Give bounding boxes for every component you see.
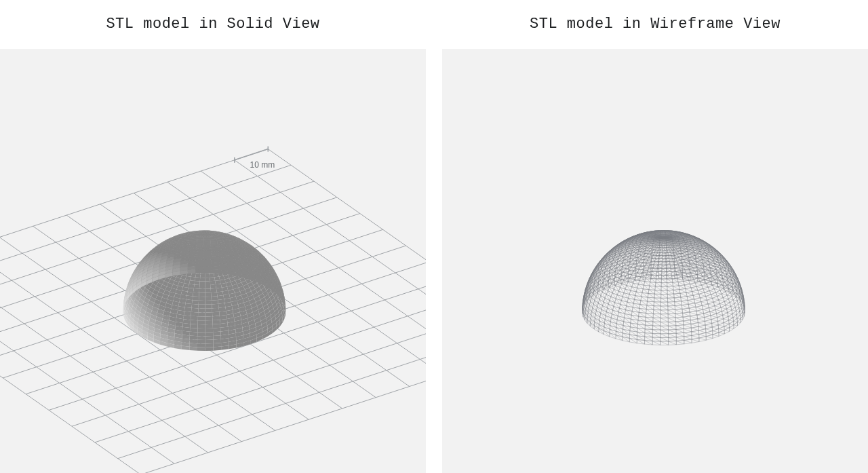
viewport-wireframe[interactable] (442, 49, 868, 473)
canvas-solid-view (0, 49, 426, 473)
panel-solid: STL model in Solid View 10 mm (0, 0, 434, 473)
panel-title-solid: STL model in Solid View (0, 0, 426, 49)
panel-wire: STL model in Wireframe View (434, 0, 868, 473)
viewport-solid[interactable]: 10 mm (0, 49, 426, 473)
page-root: STL model in Solid View 10 mm STL model … (0, 0, 868, 473)
scale-label: 10 mm (250, 160, 275, 170)
canvas-wireframe-view (442, 49, 868, 473)
panel-title-wireframe: STL model in Wireframe View (442, 0, 868, 49)
